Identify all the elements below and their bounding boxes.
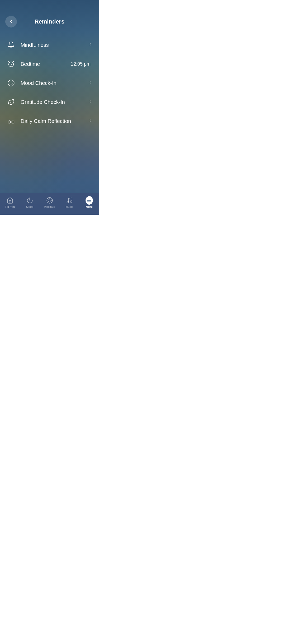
meditate-tab-label: Meditate <box>44 205 55 208</box>
more-icon <box>86 197 93 204</box>
main-content: Reminders Mindfulness <box>0 0 99 193</box>
tab-meditate[interactable]: Meditate <box>40 196 59 209</box>
tab-music[interactable]: Music <box>59 196 79 209</box>
menu-item-mood-check-in[interactable]: Mood Check-In <box>0 73 99 93</box>
moon-icon <box>26 197 34 204</box>
sleep-tab-label: Sleep <box>26 205 33 208</box>
home-icon <box>6 197 14 204</box>
page-title: Reminders <box>17 18 82 25</box>
menu-item-bedtime[interactable]: Bedtime 12:05 pm <box>0 54 99 73</box>
gratitude-check-in-chevron <box>88 99 93 105</box>
svg-point-1 <box>8 80 14 86</box>
for-you-tab-label: For You <box>5 205 15 208</box>
menu-list: Mindfulness Bedtime <box>0 33 99 133</box>
menu-item-gratitude-check-in[interactable]: Gratitude Check-In <box>0 93 99 112</box>
bedtime-value: 12:05 pm <box>71 61 91 67</box>
daily-calm-reflection-chevron <box>88 118 93 124</box>
smiley-icon <box>6 78 16 88</box>
tab-sleep[interactable]: Sleep <box>20 196 40 209</box>
tab-more[interactable]: More <box>79 196 99 209</box>
header: Reminders <box>0 0 99 33</box>
tab-bar: For You Sleep Meditate <box>0 193 99 215</box>
music-icon <box>66 197 73 204</box>
mindfulness-label: Mindfulness <box>21 42 88 48</box>
menu-item-daily-calm-reflection[interactable]: Daily Calm Reflection <box>0 112 99 131</box>
more-tab-label: More <box>86 205 92 208</box>
target-icon <box>46 197 53 204</box>
music-tab-label: Music <box>65 205 73 208</box>
svg-point-9 <box>67 201 69 203</box>
svg-point-7 <box>48 199 51 202</box>
leaf-icon <box>6 97 16 107</box>
gratitude-check-in-label: Gratitude Check-In <box>21 99 88 105</box>
svg-point-6 <box>47 197 53 203</box>
svg-point-8 <box>49 200 50 201</box>
screen: Reminders Mindfulness <box>0 0 99 215</box>
menu-item-mindfulness[interactable]: Mindfulness <box>0 35 99 54</box>
alarm-icon <box>6 59 16 69</box>
glasses-icon <box>6 116 16 126</box>
mood-check-in-chevron <box>88 80 93 86</box>
bedtime-label: Bedtime <box>21 61 71 67</box>
svg-point-5 <box>12 121 14 123</box>
mindfulness-chevron <box>88 42 93 48</box>
svg-point-10 <box>70 201 72 203</box>
mood-check-in-label: Mood Check-In <box>21 80 88 86</box>
bell-icon <box>6 40 16 50</box>
tab-for-you[interactable]: For You <box>0 196 20 209</box>
back-button[interactable] <box>5 16 17 27</box>
daily-calm-reflection-label: Daily Calm Reflection <box>21 118 88 124</box>
svg-point-4 <box>8 121 10 123</box>
